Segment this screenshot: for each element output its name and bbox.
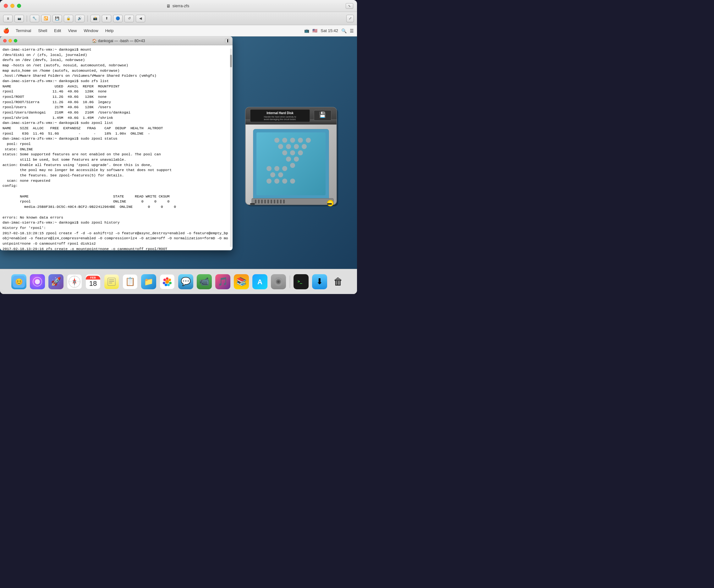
search-icon[interactable]: 🔍 — [341, 28, 347, 33]
terminal-scrollbar[interactable] — [230, 48, 232, 247]
terminal-scroll-indicator[interactable]: ▐ — [225, 39, 230, 43]
svg-point-18 — [286, 144, 291, 149]
menu-terminal[interactable]: Terminal — [13, 27, 34, 34]
terminal-body[interactable]: dan-imac-sierra-zfs-vmx:~ dankogai$ moun… — [0, 45, 233, 250]
bluetooth-btn[interactable]: 🔵 — [113, 15, 123, 22]
dock-launchpad[interactable]: 🚀 — [47, 273, 65, 290]
menu-edit[interactable]: Edit — [51, 27, 64, 34]
svg-point-15 — [298, 138, 303, 143]
menu-view[interactable]: View — [65, 27, 80, 34]
menu-bar: 🍎 Terminal Shell Edit View Window Help 📺… — [0, 25, 357, 37]
terminal-output: dan-imac-sierra-zfs-vmx:~ dankogai$ moun… — [2, 47, 230, 250]
dock-system-preferences[interactable] — [270, 273, 287, 290]
clock: Sat 15:42 — [321, 28, 338, 33]
svg-rect-61 — [108, 278, 115, 286]
camera-btn[interactable]: 📸 — [90, 15, 100, 22]
svg-point-32 — [266, 178, 272, 184]
svg-point-20 — [302, 144, 307, 149]
dock-messages[interactable]: 💬 — [177, 273, 195, 290]
dock-appstore[interactable]: A — [252, 273, 269, 290]
dock-safari[interactable] — [66, 273, 83, 290]
downloads-icon: ⬇ — [312, 274, 327, 289]
svg-point-69 — [167, 284, 170, 286]
dock-terminal[interactable]: >_ — [293, 273, 310, 290]
tools-btn[interactable]: 🔧 — [30, 15, 39, 22]
dock-trash[interactable]: 🗑 — [330, 273, 347, 290]
reminders-icon: 📋 — [123, 274, 138, 289]
appstore-icon: A — [252, 274, 267, 289]
dock-downloads[interactable]: ⬇ — [311, 273, 328, 290]
svg-point-22 — [290, 150, 295, 155]
toolbar-sep-2 — [87, 15, 88, 22]
dock-photos[interactable] — [159, 273, 176, 290]
dock-reminders[interactable]: 📋 — [122, 273, 139, 290]
refresh-btn[interactable]: ↺ — [125, 15, 134, 22]
snapshot-btn[interactable]: 📷 — [15, 15, 24, 22]
dock-separator — [290, 275, 290, 288]
svg-point-17 — [278, 144, 283, 149]
menu-bar-right: 📺 🇺🇸 Sat 15:42 🔍 ☰ — [304, 28, 354, 33]
finder-icon: 😊 — [11, 274, 26, 289]
terminal-maximize-btn[interactable] — [14, 39, 17, 42]
airplay-icon[interactable]: 📺 — [304, 28, 309, 33]
menu-shell[interactable]: Shell — [35, 27, 50, 34]
svg-rect-38 — [258, 200, 260, 204]
terminal-close-btn[interactable] — [3, 39, 6, 42]
dock-calendar[interactable]: FEB 18 — [85, 273, 102, 290]
menu-window[interactable]: Window — [81, 27, 101, 34]
storage-btn[interactable]: 💾 — [52, 15, 62, 22]
svg-point-23 — [298, 150, 303, 155]
toolbar-sep-1 — [27, 15, 27, 22]
dock-facetime[interactable]: 📹 — [196, 273, 213, 290]
dock-siri[interactable] — [29, 273, 46, 290]
svg-point-54 — [35, 279, 40, 284]
outer-title: 🖥 sierra-zfs — [21, 3, 334, 8]
menu-help[interactable]: Help — [102, 27, 117, 34]
audio-btn[interactable]: 🔊 — [75, 15, 85, 22]
apple-menu-btn[interactable]: 🍎 — [3, 28, 9, 34]
svg-point-76 — [277, 280, 280, 283]
dock-finder[interactable]: 😊 — [10, 273, 28, 290]
pause-btn[interactable]: ⏸ — [3, 15, 13, 22]
outer-maximize-btn[interactable] — [17, 4, 21, 8]
share-btn[interactable]: ⬆ — [102, 15, 111, 22]
svg-point-14 — [290, 138, 295, 143]
fullscreen-btn[interactable]: ⤢ — [346, 15, 354, 22]
svg-rect-43 — [274, 200, 275, 204]
dock-books[interactable]: 📚 — [233, 273, 250, 290]
terminal-minimize-btn[interactable] — [8, 39, 12, 42]
safari-icon — [67, 274, 82, 289]
svg-point-68 — [169, 282, 172, 284]
menu-toggle-icon[interactable]: ☰ — [350, 28, 354, 33]
outer-minimize-btn[interactable] — [10, 4, 15, 8]
svg-text:>_: >_ — [298, 279, 302, 284]
dock-music[interactable]: 🎵 — [214, 273, 232, 290]
svg-rect-40 — [264, 200, 266, 204]
more-btn[interactable]: ◀ — [136, 15, 145, 22]
terminal-traffic-lights — [3, 39, 17, 42]
svg-rect-39 — [261, 200, 263, 204]
window-resize-btn[interactable]: ⤡ — [346, 3, 353, 9]
hdd-svg: Internal Hard Disk Handle the hard drive… — [233, 91, 349, 214]
svg-point-24 — [286, 156, 291, 162]
terminal-window: 🏠 dankogai — -bash — 80×43 ▐ dan-imac-si… — [0, 37, 233, 250]
terminal-title-text: 🏠 dankogai — -bash — 80×43 — [20, 39, 217, 43]
svg-point-27 — [266, 166, 272, 171]
svg-point-19 — [294, 144, 299, 149]
toolbar: ⏸ 📷 🔧 🔁 💾 🔒 🔊 📸 ⬆ 🔵 ↺ ◀ ⤢ — [0, 12, 357, 25]
lock-btn[interactable]: 🔒 — [64, 15, 73, 22]
svg-point-67 — [169, 279, 171, 281]
siri-icon — [30, 274, 45, 289]
flag-icon: 🇺🇸 — [312, 28, 318, 33]
mac-window: 🖥 sierra-zfs ⤡ ⏸ 📷 🔧 🔁 💾 🔒 🔊 📸 ⬆ 🔵 ↺ ◀ ⤢… — [0, 0, 357, 294]
outer-close-btn[interactable] — [4, 4, 8, 8]
main-content: Th po or — [0, 37, 357, 269]
svg-point-72 — [164, 279, 166, 281]
dock-files[interactable]: 📁 — [140, 273, 157, 290]
trash-icon: 🗑 — [331, 274, 346, 289]
svg-rect-46 — [283, 200, 285, 204]
usb-btn[interactable]: 🔁 — [41, 15, 50, 22]
svg-point-29 — [282, 166, 287, 171]
dock-notes[interactable] — [103, 273, 121, 290]
terminal-scroll-thumb[interactable] — [230, 55, 232, 67]
